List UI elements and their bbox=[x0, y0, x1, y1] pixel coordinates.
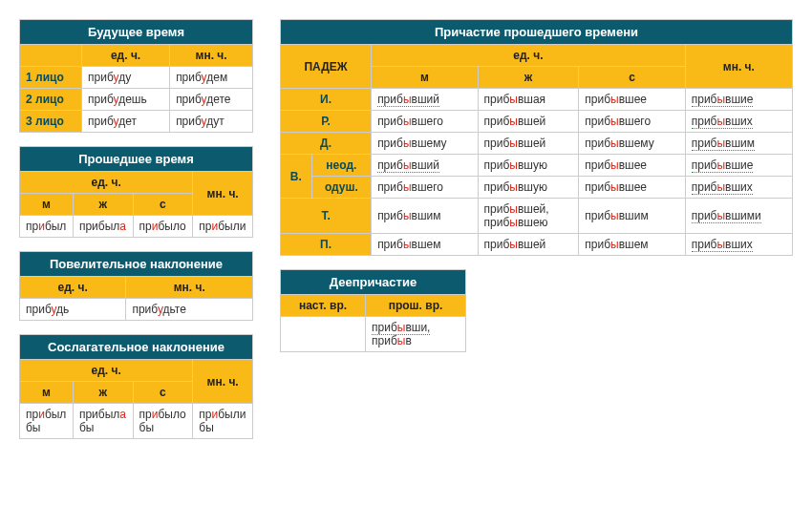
table-participle: Причастие прошедшего времени ПАДЕЖ ед. ч… bbox=[280, 19, 793, 256]
table-future: Будущее время ед. ч. мн. ч. 1 лицо прибу… bbox=[19, 19, 253, 133]
table-past: Прошедшее время ед. ч. мн. ч. м ж с приб… bbox=[19, 146, 253, 238]
past-title: Прошедшее время bbox=[20, 147, 253, 172]
subj-title: Сослагательное наклонение bbox=[20, 335, 253, 360]
table-imperative: Повелительное наклонение ед. ч. мн. ч. п… bbox=[19, 251, 253, 321]
imp-title: Повелительное наклонение bbox=[20, 252, 253, 277]
table-subjunctive: Сослагательное наклонение ед. ч. мн. ч. … bbox=[19, 334, 253, 439]
part-title: Причастие прошедшего времени bbox=[281, 20, 793, 45]
future-title: Будущее время bbox=[20, 20, 253, 45]
table-converb: Деепричастие наст. вр. прош. вр. прибывш… bbox=[280, 269, 466, 352]
de-title: Деепричастие bbox=[281, 270, 466, 295]
